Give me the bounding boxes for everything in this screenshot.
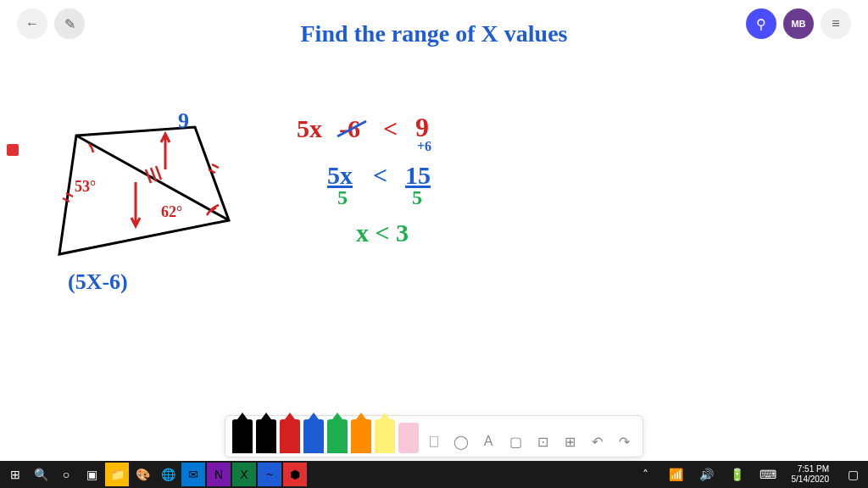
outlook-icon[interactable]: ✉: [181, 463, 205, 486]
user-avatar[interactable]: MB: [783, 8, 814, 39]
strike-mark: [336, 118, 370, 140]
clock-date: 5/14/2020: [792, 474, 830, 485]
pen-mode-button[interactable]: ✎: [54, 8, 85, 39]
app-icon-1[interactable]: 🎨: [131, 463, 154, 486]
tray-up-icon[interactable]: ˄: [634, 463, 658, 486]
pen-green[interactable]: [327, 419, 348, 453]
onenote-icon[interactable]: N: [207, 463, 231, 486]
battery-icon[interactable]: 🔋: [726, 463, 749, 486]
work-line1-op: <: [383, 114, 398, 143]
ruler-tool[interactable]: ⎕: [422, 430, 446, 453]
diagram-label-bottom: (5X-6): [68, 269, 128, 295]
recorder-icon[interactable]: ⬢: [283, 463, 307, 486]
start-button[interactable]: ⊞: [3, 463, 27, 486]
chrome-icon[interactable]: 🌐: [156, 463, 180, 486]
lasso-tool[interactable]: ◯: [449, 430, 473, 453]
excel-icon[interactable]: X: [232, 463, 256, 486]
wifi-icon[interactable]: 📶: [665, 463, 688, 486]
pen-highlighter[interactable]: [375, 419, 395, 453]
work-line2-div1: 5: [337, 186, 348, 209]
text-tool[interactable]: A: [476, 430, 500, 453]
pen-black-1[interactable]: [232, 419, 253, 453]
diagram-angle-2: 62°: [161, 203, 182, 221]
undo-button[interactable]: ↶: [585, 430, 609, 453]
pen-blue[interactable]: [303, 419, 324, 453]
svg-line-0: [337, 121, 366, 136]
pen-red[interactable]: [280, 419, 300, 453]
eraser-tool[interactable]: [398, 423, 419, 453]
search-icon[interactable]: 🔍: [29, 463, 53, 486]
record-indicator[interactable]: [7, 144, 19, 156]
geometry-diagram: [25, 85, 263, 288]
pen-black-2[interactable]: [256, 419, 276, 453]
work-line2-op: <: [373, 161, 387, 190]
work-line2-rhs: 15: [405, 161, 431, 190]
system-clock[interactable]: 7:51 PM 5/14/2020: [787, 464, 835, 485]
keyboard-icon[interactable]: ⌨: [756, 463, 780, 486]
app-icon-2[interactable]: ~: [258, 463, 281, 486]
taskbar-left: ⊞ 🔍 ○ ▣ 📁 🎨 🌐 ✉ N X ~ ⬢: [3, 463, 307, 486]
notifications-icon[interactable]: ▢: [841, 463, 865, 486]
windows-taskbar: ⊞ 🔍 ○ ▣ 📁 🎨 🌐 ✉ N X ~ ⬢ ˄ 📶 🔊 🔋 ⌨ 7:51 P…: [0, 461, 868, 488]
whiteboard-canvas[interactable]: 9 53° 62° (5X-6) 5x -6 < 9 +6 5x 5 < 15 …: [0, 51, 868, 437]
pen-tray: ⎕ ◯ A ▢ ⊡ ⊞ ↶ ↷: [225, 415, 643, 458]
volume-icon[interactable]: 🔊: [695, 463, 719, 486]
diagram-angle-1: 53°: [75, 178, 96, 196]
back-button[interactable]: ←: [17, 8, 47, 39]
file-explorer-icon[interactable]: 📁: [105, 463, 129, 486]
add-tool[interactable]: ⊞: [558, 430, 581, 453]
work-line1-lhs: 5x: [297, 114, 322, 143]
share-button[interactable]: ⚲: [746, 8, 776, 39]
page-title: Find the range of X values: [301, 20, 568, 47]
top-left-controls: ← ✎: [17, 8, 85, 39]
work-line1-strike: -6: [339, 114, 360, 143]
taskbar-right: ˄ 📶 🔊 🔋 ⌨ 7:51 PM 5/14/2020 ▢: [634, 463, 865, 486]
pen-orange[interactable]: [351, 419, 371, 453]
shape-tool[interactable]: ▢: [504, 430, 527, 453]
top-right-controls: ⚲ MB ≡: [746, 8, 851, 39]
clock-time: 7:51 PM: [798, 464, 829, 474]
cortana-icon[interactable]: ○: [54, 463, 78, 486]
work-line1-plus: +6: [417, 139, 431, 154]
menu-button[interactable]: ≡: [821, 8, 851, 39]
diagram-label-top: 9: [178, 108, 189, 134]
taskview-icon[interactable]: ▣: [80, 463, 103, 486]
work-line2-div2: 5: [412, 186, 422, 209]
work-line2-lhs: 5x: [327, 161, 353, 190]
work-line3: x < 3: [356, 219, 409, 247]
redo-button[interactable]: ↷: [612, 430, 636, 453]
image-tool[interactable]: ⊡: [531, 430, 554, 453]
